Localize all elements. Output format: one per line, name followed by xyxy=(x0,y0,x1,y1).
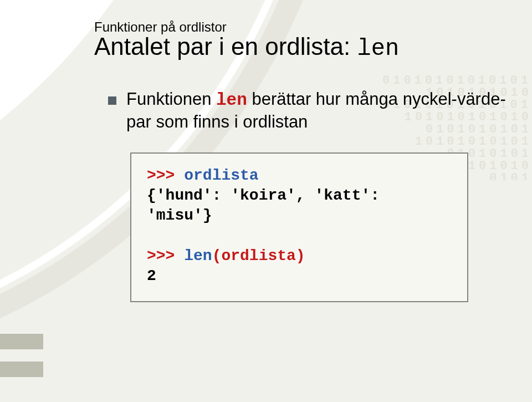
bullet-code: len xyxy=(216,90,247,110)
code-output: 2 xyxy=(147,267,156,284)
code-example: >>> ordlista {'hund': 'koira', 'katt': '… xyxy=(130,152,468,302)
side-tab xyxy=(0,334,43,349)
title-text: Antalet par i en ordlista: xyxy=(94,33,357,60)
slide-content: Funktioner på ordlistor Antalet par i en… xyxy=(0,0,532,402)
code-output: {'hund': 'koira', 'katt': 'misu'} xyxy=(147,187,389,224)
bullet-text: Funktionen len berättar hur många nyckel… xyxy=(126,89,510,133)
code-command: (ordlista) xyxy=(212,247,305,264)
code-prompt: >>> xyxy=(147,167,184,184)
side-tabs xyxy=(0,334,43,377)
code-command: len xyxy=(184,247,212,264)
bullet-pre: Funktionen xyxy=(126,89,216,109)
title-code: len xyxy=(357,35,399,62)
code-prompt: >>> xyxy=(147,247,184,264)
slide-title: Antalet par i en ordlista: len xyxy=(94,33,510,62)
code-command: ordlista xyxy=(184,167,258,184)
bullet-square-icon xyxy=(108,96,116,105)
side-tab xyxy=(0,362,43,377)
bullet-item: Funktionen len berättar hur många nyckel… xyxy=(108,89,510,133)
